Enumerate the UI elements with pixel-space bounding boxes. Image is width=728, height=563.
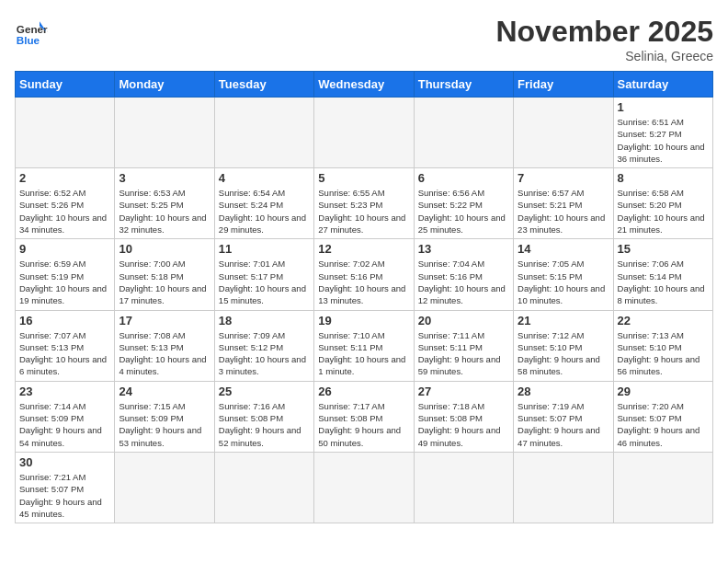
day-22: 22 Sunrise: 7:13 AMSunset: 5:10 PMDaylig… (613, 310, 712, 381)
day-1: 1 Sunrise: 6:51 AM Sunset: 5:27 PM Dayli… (613, 98, 712, 168)
empty-cell (514, 452, 613, 523)
calendar-table: Sunday Monday Tuesday Wednesday Thursday… (15, 71, 713, 523)
empty-cell (613, 452, 712, 523)
header-monday: Monday (115, 72, 214, 98)
day-19: 19 Sunrise: 7:10 AMSunset: 5:11 PMDaylig… (314, 310, 414, 381)
day-11: 11 Sunrise: 7:01 AMSunset: 5:17 PMDaylig… (214, 239, 313, 310)
empty-cell (414, 98, 513, 168)
day-18: 18 Sunrise: 7:09 AMSunset: 5:12 PMDaylig… (214, 310, 313, 381)
empty-cell (514, 98, 613, 168)
empty-cell (414, 452, 513, 523)
day-23: 23 Sunrise: 7:14 AMSunset: 5:09 PMDaylig… (16, 381, 115, 452)
logo-icon: General Blue (15, 15, 48, 48)
calendar-row-5: 23 Sunrise: 7:14 AMSunset: 5:09 PMDaylig… (16, 381, 713, 452)
header-sunday: Sunday (16, 72, 115, 98)
empty-cell (214, 452, 313, 523)
day-26: 26 Sunrise: 7:17 AMSunset: 5:08 PMDaylig… (314, 381, 414, 452)
empty-cell (115, 98, 214, 168)
day-21: 21 Sunrise: 7:12 AMSunset: 5:10 PMDaylig… (514, 310, 613, 381)
month-title: November 2025 (495, 15, 713, 49)
header-tuesday: Tuesday (214, 72, 313, 98)
day-28: 28 Sunrise: 7:19 AMSunset: 5:07 PMDaylig… (514, 381, 613, 452)
day-4: 4 Sunrise: 6:54 AMSunset: 5:24 PMDayligh… (214, 168, 313, 239)
day-20: 20 Sunrise: 7:11 AMSunset: 5:11 PMDaylig… (414, 310, 513, 381)
day-3: 3 Sunrise: 6:53 AMSunset: 5:25 PMDayligh… (115, 168, 214, 239)
calendar-row-2: 2 Sunrise: 6:52 AMSunset: 5:26 PMDayligh… (16, 168, 713, 239)
calendar-row-6: 30 Sunrise: 7:21 AMSunset: 5:07 PMDaylig… (16, 452, 713, 523)
page-header: General Blue November 2025 Selinia, Gree… (15, 15, 713, 63)
day-14: 14 Sunrise: 7:05 AMSunset: 5:15 PMDaylig… (514, 239, 613, 310)
title-block: November 2025 Selinia, Greece (495, 15, 713, 63)
day-6: 6 Sunrise: 6:56 AMSunset: 5:22 PMDayligh… (414, 168, 513, 239)
empty-cell (314, 452, 414, 523)
header-wednesday: Wednesday (314, 72, 414, 98)
day-7: 7 Sunrise: 6:57 AMSunset: 5:21 PMDayligh… (514, 168, 613, 239)
day-9: 9 Sunrise: 6:59 AMSunset: 5:19 PMDayligh… (16, 239, 115, 310)
empty-cell (314, 98, 414, 168)
weekday-header-row: Sunday Monday Tuesday Wednesday Thursday… (16, 72, 713, 98)
day-27: 27 Sunrise: 7:18 AMSunset: 5:08 PMDaylig… (414, 381, 513, 452)
day-2: 2 Sunrise: 6:52 AMSunset: 5:26 PMDayligh… (16, 168, 115, 239)
empty-cell (115, 452, 214, 523)
header-friday: Friday (514, 72, 613, 98)
day-17: 17 Sunrise: 7:08 AMSunset: 5:13 PMDaylig… (115, 310, 214, 381)
calendar-row-4: 16 Sunrise: 7:07 AMSunset: 5:13 PMDaylig… (16, 310, 713, 381)
header-saturday: Saturday (613, 72, 712, 98)
day-24: 24 Sunrise: 7:15 AMSunset: 5:09 PMDaylig… (115, 381, 214, 452)
day-25: 25 Sunrise: 7:16 AMSunset: 5:08 PMDaylig… (214, 381, 313, 452)
day-5: 5 Sunrise: 6:55 AMSunset: 5:23 PMDayligh… (314, 168, 414, 239)
calendar-row-1: 1 Sunrise: 6:51 AM Sunset: 5:27 PM Dayli… (16, 98, 713, 168)
day-15: 15 Sunrise: 7:06 AMSunset: 5:14 PMDaylig… (613, 239, 712, 310)
day-8: 8 Sunrise: 6:58 AMSunset: 5:20 PMDayligh… (613, 168, 712, 239)
empty-cell (16, 98, 115, 168)
location-subtitle: Selinia, Greece (495, 49, 713, 63)
day-30: 30 Sunrise: 7:21 AMSunset: 5:07 PMDaylig… (16, 452, 115, 523)
svg-text:Blue: Blue (17, 34, 40, 46)
day-16: 16 Sunrise: 7:07 AMSunset: 5:13 PMDaylig… (16, 310, 115, 381)
day-10: 10 Sunrise: 7:00 AMSunset: 5:18 PMDaylig… (115, 239, 214, 310)
day-12: 12 Sunrise: 7:02 AMSunset: 5:16 PMDaylig… (314, 239, 414, 310)
calendar-row-3: 9 Sunrise: 6:59 AMSunset: 5:19 PMDayligh… (16, 239, 713, 310)
header-thursday: Thursday (414, 72, 513, 98)
day-29: 29 Sunrise: 7:20 AMSunset: 5:07 PMDaylig… (613, 381, 712, 452)
empty-cell (214, 98, 313, 168)
day-13: 13 Sunrise: 7:04 AMSunset: 5:16 PMDaylig… (414, 239, 513, 310)
logo: General Blue (15, 15, 48, 48)
